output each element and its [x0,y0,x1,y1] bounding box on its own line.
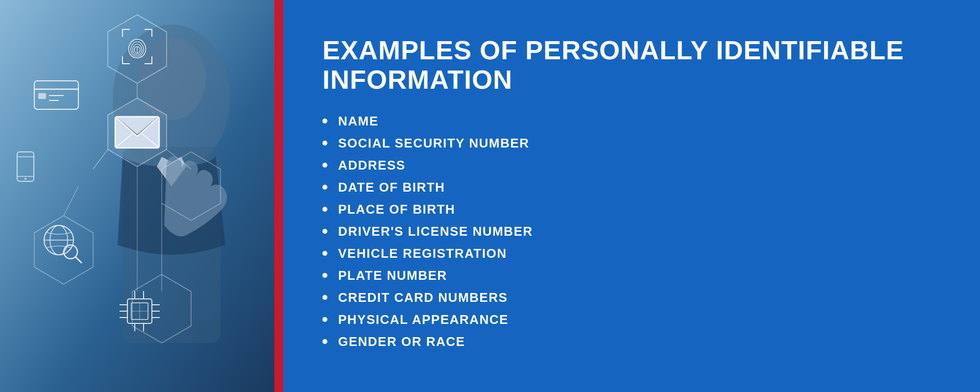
svg-rect-18 [38,93,46,99]
bullet-icon [322,317,327,322]
bullet-icon [322,119,327,123]
bullet-icon [322,207,327,212]
hex-grid-overlay [0,0,274,392]
list-item: PLACE OF BIRTH [322,202,941,217]
list-item-text: PLACE OF BIRTH [338,202,455,217]
list-item: PHYSICAL APPEARANCE [322,312,941,327]
list-item-text: DRIVER'S LICENSE NUMBER [338,224,533,239]
bullet-icon [322,273,327,278]
list-item: SOCIAL SECURITY NUMBER [322,136,941,151]
list-item: VEHICLE REGISTRATION [322,246,941,261]
list-item-text: PHYSICAL APPEARANCE [338,312,509,327]
list-item: PLATE NUMBER [322,268,941,283]
list-item-text: CREDIT CARD NUMBERS [338,290,508,305]
list-item: CREDIT CARD NUMBERS [322,290,941,305]
svg-point-48 [24,178,26,180]
list-item: DRIVER'S LICENSE NUMBER [322,224,941,239]
red-divider [274,0,283,392]
list-item-text: GENDER OR RACE [338,334,465,349]
list-item-text: VEHICLE REGISTRATION [338,246,507,261]
list-item-text: PLATE NUMBER [338,268,447,283]
bullet-icon [322,185,327,190]
list-item: GENDER OR RACE [322,334,941,349]
page-title: EXAMPLES OF PERSONALLY IDENTIFIABLE INFO… [322,36,941,94]
bullet-icon [322,339,327,344]
bullet-icon [322,251,327,256]
bullet-icon [322,295,327,300]
bullet-icon [322,229,327,234]
list-item: DATE OF BIRTH [322,180,941,195]
right-content-panel: EXAMPLES OF PERSONALLY IDENTIFIABLE INFO… [283,0,980,392]
list-item-text: SOCIAL SECURITY NUMBER [338,136,529,151]
bullet-icon [322,141,327,146]
list-item: ADDRESS [322,158,941,173]
title-line-1: EXAMPLES OF PERSONALLY IDENTIFIABLE [322,35,904,65]
pii-items-list: NAMESOCIAL SECURITY NUMBERADDRESSDATE OF… [322,114,941,356]
bullet-icon [322,163,327,168]
list-item-text: NAME [338,114,379,129]
list-item-text: ADDRESS [338,158,406,173]
left-image-panel [0,0,274,392]
list-item: NAME [322,114,941,129]
list-item-text: DATE OF BIRTH [338,180,445,195]
title-line-2: INFORMATION [322,65,513,94]
